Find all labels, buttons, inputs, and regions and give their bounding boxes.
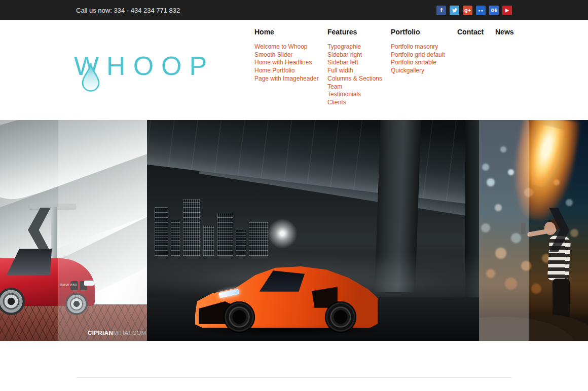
- slide-fire-breather[interactable]: [479, 120, 588, 341]
- facebook-icon[interactable]: f: [436, 6, 446, 15]
- submenu-item[interactable]: Typographie: [327, 43, 382, 51]
- car-wheel: [0, 288, 25, 315]
- social-links: f g+ ●● Bé ▶: [436, 6, 512, 15]
- nav-item-home[interactable]: Home: [254, 28, 319, 36]
- submenu-item[interactable]: Home Portfolio: [254, 67, 319, 75]
- nav-column-home: Home Welcome to Whoop Smooth Slider Home…: [254, 28, 319, 83]
- googleplus-icon[interactable]: g+: [463, 6, 472, 15]
- submenu-item[interactable]: Home with Headlines: [254, 59, 319, 67]
- street-light-glow: [266, 217, 299, 250]
- nav-column-portfolio: Portfolio Portfolio masonry Portfolio gr…: [391, 28, 445, 75]
- main-nav: Home Welcome to Whoop Smooth Slider Home…: [254, 28, 512, 120]
- header: WHOOP Home Welcome to Whoop Smooth Slide…: [0, 20, 588, 120]
- behance-icon[interactable]: Bé: [489, 6, 499, 15]
- submenu-item[interactable]: Smooth Slider: [254, 51, 319, 59]
- car-windshield: [7, 249, 52, 275]
- submenu-item[interactable]: Page with Imageheader: [254, 75, 319, 83]
- call-us-text: Call us now: 334 - 434 234 771 832: [76, 7, 180, 14]
- orange-lamborghini-car: [195, 253, 378, 334]
- flickr-icon[interactable]: ●●: [476, 6, 486, 15]
- submenu-features: Typographie Sidebar right Sidebar left F…: [327, 36, 382, 107]
- submenu-item[interactable]: Columns & Sections: [327, 75, 382, 83]
- nav-column-contact: Contact: [457, 28, 484, 36]
- nav-item-news[interactable]: News: [495, 28, 514, 36]
- submenu-portfolio: Portfolio masonry Portfolio grid default…: [391, 36, 445, 75]
- submenu-home: Welcome to Whoop Smooth Slider Home with…: [254, 36, 319, 83]
- water-drop-icon: [79, 62, 102, 92]
- youtube-icon[interactable]: ▶: [502, 6, 512, 15]
- submenu-item[interactable]: Portfolio masonry: [391, 43, 445, 51]
- twitter-bird-icon: [452, 7, 458, 13]
- nav-item-portfolio[interactable]: Portfolio: [391, 28, 445, 36]
- submenu-item[interactable]: Team: [327, 83, 382, 91]
- slide-overlay: [479, 120, 529, 341]
- photographer-watermark: CIPRIANMIHAI.COM: [88, 330, 146, 336]
- submenu-item[interactable]: Sidebar right: [327, 51, 382, 59]
- submenu-item[interactable]: Clients: [327, 99, 382, 107]
- nav-item-features[interactable]: Features: [327, 28, 382, 36]
- nav-item-contact[interactable]: Contact: [457, 28, 484, 36]
- nav-column-news: News: [495, 28, 514, 36]
- submenu-item[interactable]: Portfolio grid default: [391, 51, 445, 59]
- logo[interactable]: WHOOP: [74, 51, 214, 81]
- submenu-item[interactable]: Quickgallery: [391, 67, 445, 75]
- car-wheel: [224, 301, 255, 333]
- section-divider: [76, 377, 512, 378]
- submenu-item[interactable]: Sidebar left: [327, 59, 382, 67]
- twitter-icon[interactable]: [450, 6, 459, 15]
- nav-column-features: Features Typographie Sidebar right Sideb…: [327, 28, 382, 107]
- submenu-item[interactable]: Welcome to Whoop: [254, 43, 319, 51]
- watermark-rest: MIHAI.COM: [113, 330, 146, 336]
- slide-lamborghini-bridge: [147, 120, 479, 341]
- hero-slider: BMW 650 CIPRIANMIHAI.COM: [0, 120, 588, 341]
- slide-bmw-underpass[interactable]: BMW 650 CIPRIANMIHAI.COM: [0, 120, 147, 341]
- submenu-item[interactable]: Full width: [327, 67, 382, 75]
- submenu-item[interactable]: Testimonials: [327, 91, 382, 99]
- car-wheel: [325, 301, 356, 333]
- submenu-item[interactable]: Portfolio sortable: [391, 59, 445, 67]
- topbar: Call us now: 334 - 434 234 771 832 f g+ …: [0, 0, 588, 20]
- watermark-bold: CIPRIAN: [88, 330, 113, 336]
- content-area: [0, 341, 588, 391]
- slide-overlay: [58, 120, 147, 341]
